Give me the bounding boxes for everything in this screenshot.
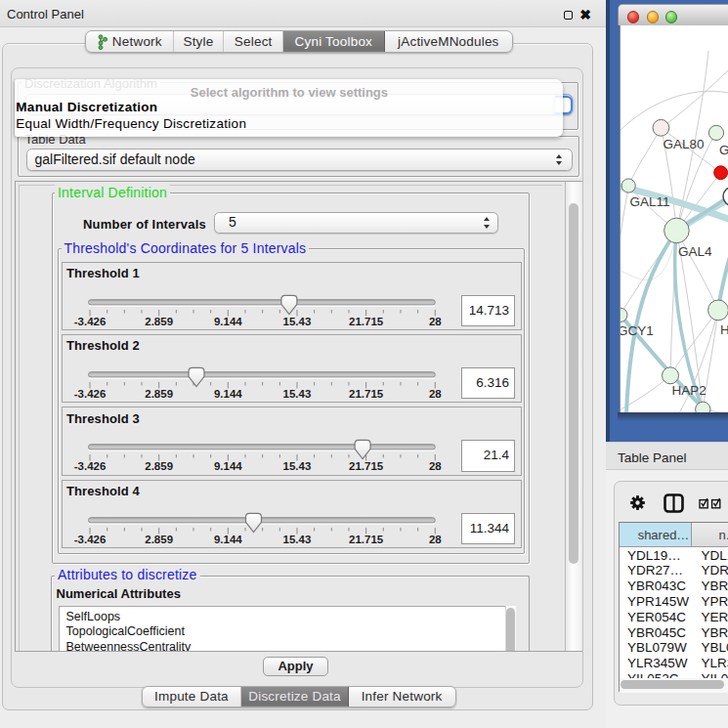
svg-text:15.43: 15.43 bbox=[282, 461, 311, 473]
svg-text:-3.426: -3.426 bbox=[73, 316, 106, 327]
svg-text:21.715: 21.715 bbox=[349, 316, 384, 327]
svg-text:21.715: 21.715 bbox=[349, 461, 384, 473]
svg-text:H: H bbox=[720, 322, 728, 337]
svg-text:15.43: 15.43 bbox=[282, 388, 311, 400]
svg-text:2.859: 2.859 bbox=[145, 461, 173, 473]
svg-text:2.859: 2.859 bbox=[145, 316, 173, 327]
svg-text:9.144: 9.144 bbox=[213, 534, 241, 545]
svg-text:15.43: 15.43 bbox=[282, 534, 311, 545]
svg-text:-3.426: -3.426 bbox=[73, 388, 106, 400]
svg-text:HAP2: HAP2 bbox=[671, 383, 706, 398]
svg-text:9.144: 9.144 bbox=[213, 316, 241, 327]
svg-text:-3.426: -3.426 bbox=[73, 461, 106, 473]
svg-text:GAL4: GAL4 bbox=[678, 244, 712, 259]
svg-text:2.859: 2.859 bbox=[145, 534, 173, 545]
svg-text:GAL80: GAL80 bbox=[663, 137, 704, 151]
svg-text:9.144: 9.144 bbox=[213, 388, 241, 400]
svg-text:28: 28 bbox=[428, 461, 441, 473]
svg-text:15.43: 15.43 bbox=[282, 316, 311, 327]
svg-text:-3.426: -3.426 bbox=[73, 534, 106, 545]
svg-text:9.144: 9.144 bbox=[213, 461, 241, 473]
svg-text:28: 28 bbox=[428, 316, 441, 327]
svg-text:21.715: 21.715 bbox=[349, 534, 384, 545]
svg-text:28: 28 bbox=[428, 534, 441, 545]
svg-text:GA: GA bbox=[719, 143, 728, 157]
svg-text:28: 28 bbox=[428, 388, 441, 400]
svg-text:GCY1: GCY1 bbox=[621, 323, 654, 338]
svg-text:2.859: 2.859 bbox=[145, 388, 173, 400]
svg-text:21.715: 21.715 bbox=[349, 388, 384, 400]
svg-text:GAL11: GAL11 bbox=[629, 194, 669, 209]
